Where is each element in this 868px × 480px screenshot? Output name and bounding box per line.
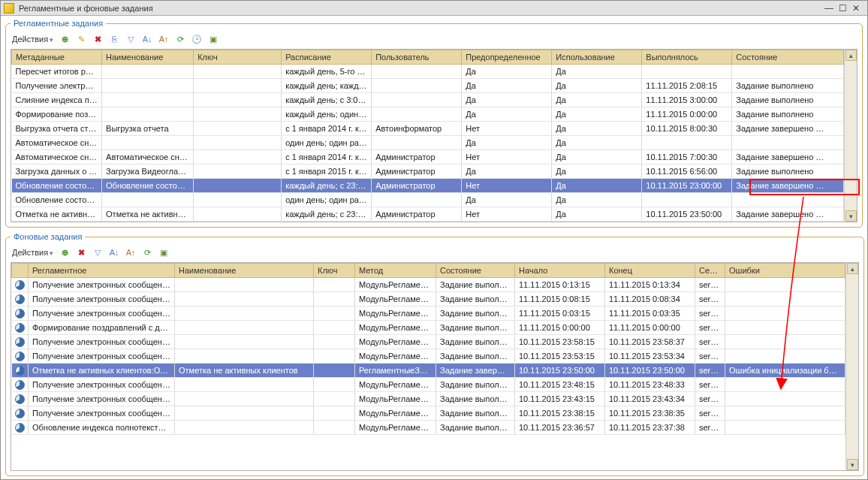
delete-icon[interactable]: ✖ [74, 246, 88, 259]
cell: 10.11.2015 23:50:00 [642, 207, 732, 222]
toggle-icon[interactable]: ▣ [157, 246, 170, 259]
column-header[interactable]: Пользователь [372, 50, 462, 65]
cell: 11.11.2015 0:03:35 [605, 306, 695, 321]
cell: Да [462, 79, 552, 93]
maximize-button[interactable]: ☐ [836, 2, 849, 14]
table-row[interactable]: Получение электронных сообщенийМодульРег… [12, 306, 845, 321]
cell: каждый день, 5-го ч… [282, 65, 372, 79]
scrollbar[interactable]: ▴ ▾ [845, 263, 858, 470]
sort-desc-icon[interactable]: A↑ [157, 32, 170, 46]
table-row[interactable]: Получение электронных сообщенийМодульРег… [12, 278, 845, 292]
column-header[interactable]: Использование [552, 50, 642, 65]
column-header[interactable]: Состояние [732, 50, 844, 65]
table-row[interactable]: Формирование поз…каждый день; один …ДаДа… [12, 107, 844, 122]
cell: 10.11.2015 8:00:30 [642, 122, 732, 136]
scroll-down-icon[interactable]: ▾ [845, 210, 857, 222]
cell: МодульРегламен… [355, 278, 436, 292]
column-header[interactable]: Ключ [194, 50, 282, 65]
table-row[interactable]: Слияние индекса по…каждый день; с 3:0…Да… [12, 93, 844, 107]
cell: Задание заверш… [436, 364, 515, 378]
table-row[interactable]: Формирование поздравлений с дн…МодульРег… [12, 321, 845, 335]
table-row[interactable]: Выгрузка отчета ст…Выгрузка отчетас 1 ян… [12, 122, 844, 136]
cell [12, 392, 29, 406]
table-row[interactable]: Получение электронных сообщенийМодульРег… [12, 378, 845, 392]
cell: Получение электронных сообщений [29, 406, 175, 421]
table-row[interactable]: Автоматическое сн…один день; один раз…Да… [12, 136, 844, 150]
table-row[interactable]: Получение электронных сообщенийМодульРег… [12, 406, 845, 421]
table-row[interactable]: Отметка не активн…Отметка не активны…каж… [12, 207, 844, 222]
column-header[interactable]: Ошибки [725, 264, 845, 278]
scroll-up-icon[interactable]: ▴ [845, 50, 857, 61]
table-row[interactable]: Обновление состоя…Обновление состоян…каж… [12, 179, 844, 193]
grid-scheduled[interactable]: МетаданныеНаименованиеКлючРасписаниеПоль… [11, 50, 844, 222]
cell: Задание выполне… [436, 292, 515, 306]
column-header[interactable]: Сер… [695, 264, 725, 278]
cell: МодульРегламен… [355, 321, 436, 335]
table-row[interactable]: Загрузка данных о …Загрузка Видеоглаз…с … [12, 165, 844, 179]
refresh-icon[interactable]: ⟳ [173, 32, 187, 46]
scroll-up-icon[interactable]: ▴ [847, 263, 858, 274]
cell: serv… [695, 278, 725, 292]
sort-asc-icon[interactable]: A↓ [107, 246, 121, 259]
schedule-icon[interactable]: 🕒 [190, 32, 203, 46]
column-header[interactable]: Начало [515, 264, 605, 278]
cell [12, 406, 29, 421]
table-row[interactable]: Получение электронных сообщенийМодульРег… [12, 392, 845, 406]
cell: serv… [695, 378, 725, 392]
table-row[interactable]: Получение электронных сообщенийМодульРег… [12, 292, 845, 306]
column-header[interactable]: Наименование [102, 50, 194, 65]
table-row[interactable]: Получение электронных сообщенийМодульРег… [12, 349, 845, 364]
delete-icon[interactable]: ✖ [91, 32, 104, 46]
table-row[interactable]: Автоматическое сн…Автоматическое сня…с 1… [12, 150, 844, 165]
table-row[interactable]: Получение электронных сообщенийМодульРег… [12, 335, 845, 349]
cell [12, 321, 29, 335]
column-header[interactable]: Состояние [436, 264, 515, 278]
sort-asc-icon[interactable]: A↓ [140, 32, 154, 46]
cell [372, 193, 462, 207]
copy-icon[interactable]: ⎘ [107, 32, 121, 46]
table-row[interactable]: Пересчет итогов ре…каждый день, 5-го ч…Д… [12, 65, 844, 79]
cell: Да [552, 136, 642, 150]
sort-desc-icon[interactable]: A↑ [124, 246, 137, 259]
cell [725, 392, 845, 406]
edit-icon[interactable]: ✎ [74, 32, 88, 46]
column-header[interactable]: Метод [355, 264, 436, 278]
cell: Отметка не активных клиентов [175, 364, 314, 378]
column-header[interactable]: Выполнялось [642, 50, 732, 65]
toggle-icon[interactable]: ▣ [206, 32, 220, 46]
cell: serv… [695, 421, 725, 435]
cell: 10.11.2015 23:50:00 [515, 364, 605, 378]
cell: 10.11.2015 23:53:34 [605, 349, 695, 364]
column-header[interactable]: Наименование [175, 264, 314, 278]
add-icon[interactable]: ⊕ [58, 246, 71, 259]
grid-background[interactable]: РегламентноеНаименованиеКлючМетодСостоян… [11, 263, 845, 470]
cell: Да [462, 107, 552, 122]
cell: 11.11.2015 0:00:00 [605, 321, 695, 335]
scroll-down-icon[interactable]: ▾ [847, 459, 858, 470]
table-row[interactable]: Обновление состоя…один день; один раз…Да… [12, 193, 844, 207]
column-header[interactable] [12, 264, 29, 278]
column-header[interactable]: Предопределенное [462, 50, 552, 65]
cell: Обновление состоя… [12, 193, 102, 207]
column-header[interactable]: Метаданные [12, 50, 102, 65]
titlebar: Регламентные и фоновые задания — ☐ ✕ [1, 1, 867, 16]
cell [175, 421, 314, 435]
add-icon[interactable]: ⊕ [58, 32, 71, 46]
close-button[interactable]: ✕ [849, 2, 863, 14]
filter-icon[interactable]: ▽ [91, 246, 104, 259]
cell: Автоматическое сн… [12, 150, 102, 165]
cell: 11.11.2015 0:00:00 [642, 107, 732, 122]
table-row[interactable]: Отметка не активных клиентов:От…Отметка … [12, 364, 845, 378]
column-header[interactable]: Расписание [282, 50, 372, 65]
actions-menu[interactable]: Действия▾ [11, 34, 55, 44]
table-row[interactable]: Получение электро…каждый день; кажд…ДаДа… [12, 79, 844, 93]
column-header[interactable]: Ключ [314, 264, 355, 278]
filter-icon[interactable]: ▽ [124, 32, 137, 46]
actions-menu[interactable]: Действия▾ [11, 247, 55, 258]
column-header[interactable]: Конец [605, 264, 695, 278]
table-row[interactable]: Обновление индекса полнотексто…МодульРег… [12, 421, 845, 435]
minimize-button[interactable]: — [822, 2, 836, 14]
column-header[interactable]: Регламентное [29, 264, 175, 278]
scrollbar[interactable]: ▴ ▾ [844, 50, 857, 222]
refresh-icon[interactable]: ⟳ [140, 246, 154, 259]
